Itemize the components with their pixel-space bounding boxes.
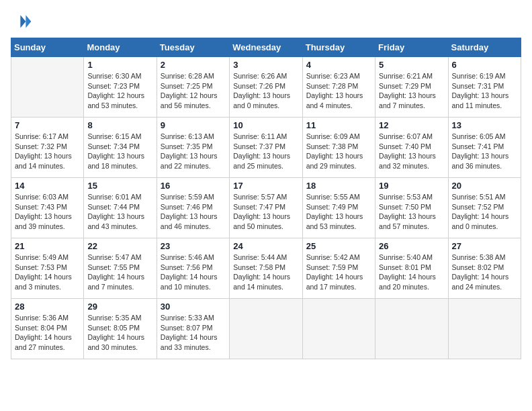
calendar-cell: 20Sunrise: 5:51 AM Sunset: 7:52 PM Dayli…: [448, 178, 521, 238]
day-info: Sunrise: 5:59 AM Sunset: 7:46 PM Dayligh…: [161, 192, 226, 232]
calendar-week-row: 21Sunrise: 5:49 AM Sunset: 7:53 PM Dayli…: [11, 238, 521, 299]
weekday-header-cell: Saturday: [448, 38, 521, 57]
calendar-cell: [375, 299, 448, 359]
calendar-cell: 16Sunrise: 5:59 AM Sunset: 7:46 PM Dayli…: [157, 178, 229, 238]
calendar-cell: 10Sunrise: 6:11 AM Sunset: 7:37 PM Dayli…: [230, 118, 302, 178]
calendar-week-row: 1Sunrise: 6:30 AM Sunset: 7:23 PM Daylig…: [11, 57, 521, 118]
day-number: 3: [233, 60, 298, 70]
day-number: 2: [161, 60, 226, 70]
day-info: Sunrise: 6:11 AM Sunset: 7:37 PM Dayligh…: [233, 132, 298, 171]
calendar-cell: 2Sunrise: 6:28 AM Sunset: 7:25 PM Daylig…: [157, 57, 229, 118]
day-number: 29: [87, 302, 152, 312]
day-number: 21: [15, 241, 80, 251]
weekday-header-cell: Monday: [84, 38, 157, 57]
day-info: Sunrise: 6:13 AM Sunset: 7:35 PM Dayligh…: [161, 132, 226, 171]
calendar-cell: 21Sunrise: 5:49 AM Sunset: 7:53 PM Dayli…: [11, 238, 84, 299]
day-info: Sunrise: 5:49 AM Sunset: 7:53 PM Dayligh…: [15, 253, 80, 292]
day-number: 8: [87, 120, 152, 130]
calendar-cell: 9Sunrise: 6:13 AM Sunset: 7:35 PM Daylig…: [157, 118, 229, 178]
calendar-cell: 27Sunrise: 5:38 AM Sunset: 8:02 PM Dayli…: [448, 238, 521, 299]
day-number: 5: [379, 60, 444, 70]
day-info: Sunrise: 5:33 AM Sunset: 8:07 PM Dayligh…: [161, 313, 226, 353]
calendar-cell: 4Sunrise: 6:23 AM Sunset: 7:28 PM Daylig…: [302, 57, 375, 118]
day-info: Sunrise: 5:46 AM Sunset: 7:56 PM Dayligh…: [161, 253, 226, 292]
day-info: Sunrise: 5:53 AM Sunset: 7:50 PM Dayligh…: [379, 192, 444, 232]
day-number: 18: [306, 181, 371, 191]
svg-marker-1: [20, 15, 26, 28]
day-number: 25: [306, 241, 371, 251]
calendar-cell: 28Sunrise: 5:36 AM Sunset: 8:04 PM Dayli…: [11, 299, 84, 359]
day-number: 1: [87, 60, 152, 70]
day-number: 20: [452, 181, 517, 191]
day-info: Sunrise: 6:07 AM Sunset: 7:40 PM Dayligh…: [379, 132, 444, 171]
day-number: 10: [233, 120, 298, 130]
calendar-cell: 30Sunrise: 5:33 AM Sunset: 8:07 PM Dayli…: [157, 299, 229, 359]
day-number: 16: [161, 181, 226, 191]
calendar-cell: 8Sunrise: 6:15 AM Sunset: 7:34 PM Daylig…: [84, 118, 157, 178]
day-number: 23: [161, 241, 226, 251]
day-info: Sunrise: 6:03 AM Sunset: 7:43 PM Dayligh…: [15, 192, 80, 232]
day-info: Sunrise: 5:38 AM Sunset: 8:02 PM Dayligh…: [452, 253, 517, 292]
weekday-header-cell: Tuesday: [157, 38, 229, 57]
calendar-cell: 13Sunrise: 6:05 AM Sunset: 7:41 PM Dayli…: [448, 118, 521, 178]
calendar-cell: 14Sunrise: 6:03 AM Sunset: 7:43 PM Dayli…: [11, 178, 84, 238]
calendar-cell: 1Sunrise: 6:30 AM Sunset: 7:23 PM Daylig…: [84, 57, 157, 118]
calendar-cell: 26Sunrise: 5:40 AM Sunset: 8:01 PM Dayli…: [375, 238, 448, 299]
calendar-cell: [302, 299, 375, 359]
page-header: [11, 11, 521, 32]
calendar-cell: 15Sunrise: 6:01 AM Sunset: 7:44 PM Dayli…: [84, 178, 157, 238]
weekday-header-row: SundayMondayTuesdayWednesdayThursdayFrid…: [11, 38, 521, 57]
calendar-cell: 22Sunrise: 5:47 AM Sunset: 7:55 PM Dayli…: [84, 238, 157, 299]
logo: [11, 11, 35, 32]
day-info: Sunrise: 6:26 AM Sunset: 7:26 PM Dayligh…: [233, 71, 298, 111]
calendar-cell: [230, 299, 302, 359]
weekday-header-cell: Friday: [375, 38, 448, 57]
calendar-cell: 17Sunrise: 5:57 AM Sunset: 7:47 PM Dayli…: [230, 178, 302, 238]
day-number: 13: [452, 120, 517, 130]
calendar-cell: 6Sunrise: 6:19 AM Sunset: 7:31 PM Daylig…: [448, 57, 521, 118]
weekday-header-cell: Wednesday: [230, 38, 302, 57]
day-info: Sunrise: 6:19 AM Sunset: 7:31 PM Dayligh…: [452, 71, 517, 111]
weekday-header-cell: Sunday: [11, 38, 84, 57]
calendar-cell: 12Sunrise: 6:07 AM Sunset: 7:40 PM Dayli…: [375, 118, 448, 178]
calendar-cell: 5Sunrise: 6:21 AM Sunset: 7:29 PM Daylig…: [375, 57, 448, 118]
calendar-cell: 23Sunrise: 5:46 AM Sunset: 7:56 PM Dayli…: [157, 238, 229, 299]
day-number: 24: [233, 241, 298, 251]
calendar-body: 1Sunrise: 6:30 AM Sunset: 7:23 PM Daylig…: [11, 57, 521, 359]
day-info: Sunrise: 6:01 AM Sunset: 7:44 PM Dayligh…: [87, 192, 152, 232]
day-number: 4: [306, 60, 371, 70]
day-number: 15: [87, 181, 152, 191]
day-info: Sunrise: 6:15 AM Sunset: 7:34 PM Dayligh…: [87, 132, 152, 171]
svg-marker-0: [26, 15, 31, 28]
calendar-cell: 24Sunrise: 5:44 AM Sunset: 7:58 PM Dayli…: [230, 238, 302, 299]
day-number: 6: [452, 60, 517, 70]
day-info: Sunrise: 5:40 AM Sunset: 8:01 PM Dayligh…: [379, 253, 444, 292]
day-info: Sunrise: 5:44 AM Sunset: 7:58 PM Dayligh…: [233, 253, 298, 292]
calendar-cell: [11, 57, 84, 118]
day-info: Sunrise: 6:09 AM Sunset: 7:38 PM Dayligh…: [306, 132, 371, 171]
calendar-week-row: 28Sunrise: 5:36 AM Sunset: 8:04 PM Dayli…: [11, 299, 521, 359]
day-info: Sunrise: 5:57 AM Sunset: 7:47 PM Dayligh…: [233, 192, 298, 232]
day-number: 14: [15, 181, 80, 191]
day-info: Sunrise: 5:42 AM Sunset: 7:59 PM Dayligh…: [306, 253, 371, 292]
calendar-cell: 29Sunrise: 5:35 AM Sunset: 8:05 PM Dayli…: [84, 299, 157, 359]
weekday-header-cell: Thursday: [302, 38, 375, 57]
calendar-week-row: 7Sunrise: 6:17 AM Sunset: 7:32 PM Daylig…: [11, 118, 521, 178]
day-number: 30: [161, 302, 226, 312]
day-info: Sunrise: 6:17 AM Sunset: 7:32 PM Dayligh…: [15, 132, 80, 171]
day-number: 27: [452, 241, 517, 251]
day-number: 12: [379, 120, 444, 130]
day-number: 22: [87, 241, 152, 251]
calendar-cell: 7Sunrise: 6:17 AM Sunset: 7:32 PM Daylig…: [11, 118, 84, 178]
calendar-cell: 18Sunrise: 5:55 AM Sunset: 7:49 PM Dayli…: [302, 178, 375, 238]
calendar-cell: 25Sunrise: 5:42 AM Sunset: 7:59 PM Dayli…: [302, 238, 375, 299]
day-number: 26: [379, 241, 444, 251]
day-info: Sunrise: 5:51 AM Sunset: 7:52 PM Dayligh…: [452, 192, 517, 232]
day-number: 9: [161, 120, 226, 130]
logo-icon: [11, 11, 32, 32]
day-number: 28: [15, 302, 80, 312]
calendar-table: SundayMondayTuesdayWednesdayThursdayFrid…: [11, 38, 521, 359]
day-info: Sunrise: 6:05 AM Sunset: 7:41 PM Dayligh…: [452, 132, 517, 171]
day-number: 19: [379, 181, 444, 191]
day-number: 11: [306, 120, 371, 130]
